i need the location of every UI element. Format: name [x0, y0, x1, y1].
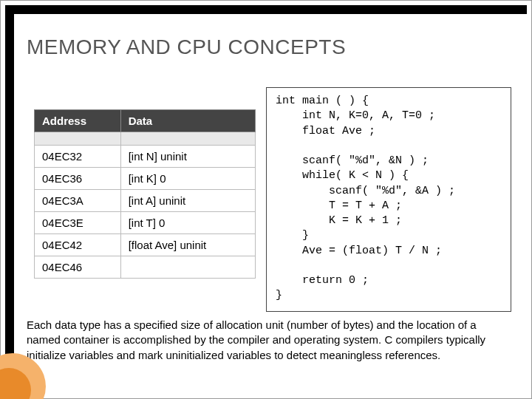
data-cell: [int N] uninit [120, 146, 255, 168]
col-header-data: Data [120, 110, 255, 132]
addr-cell: 04EC3E [35, 212, 121, 234]
code-listing: int main ( ) { int N, K=0, A, T=0 ; floa… [266, 87, 511, 312]
data-cell: [int A] uninit [120, 190, 255, 212]
table-row: 04EC3A [int A] uninit [35, 190, 256, 212]
col-header-address: Address [35, 110, 121, 132]
addr-cell: 04EC42 [35, 234, 121, 256]
data-cell: [int K] 0 [120, 168, 255, 190]
data-cell: [int T] 0 [120, 212, 255, 234]
addr-cell: 04EC3A [35, 190, 121, 212]
body-paragraph: Each data type has a specified size of a… [27, 318, 511, 363]
table-row: 04EC36 [int K] 0 [35, 168, 256, 190]
table-row: 04EC32 [int N] uninit [35, 146, 256, 168]
addr-cell: 04EC36 [35, 168, 121, 190]
data-cell [120, 256, 255, 279]
data-cell: [float Ave] uninit [120, 234, 255, 256]
addr-cell: 04EC46 [35, 256, 121, 279]
spacer-cell [35, 132, 121, 146]
table-row: 04EC42 [float Ave] uninit [35, 234, 256, 256]
page-title: MEMORY AND CPU CONCEPTS [27, 35, 346, 59]
addr-cell: 04EC32 [35, 146, 121, 168]
decor-top-bar [5, 5, 527, 14]
memory-table: Address Data 04EC32 [int N] uninit 04EC3… [34, 109, 256, 279]
table-row: 04EC46 [35, 256, 256, 279]
decor-side-bar [5, 5, 14, 394]
spacer-cell [120, 132, 255, 146]
table-row: 04EC3E [int T] 0 [35, 212, 256, 234]
